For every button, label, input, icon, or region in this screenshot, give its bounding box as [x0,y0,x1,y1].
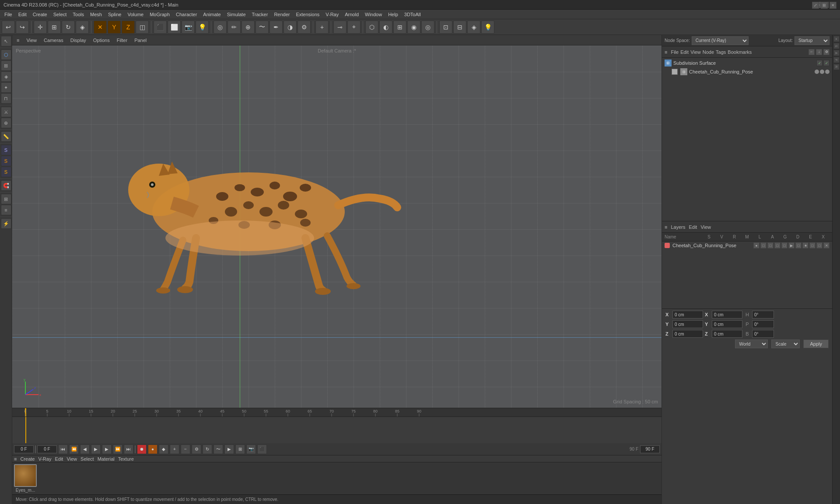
object-properties[interactable]: ⊕ [242,21,255,34]
material-swatch-eyes[interactable] [14,464,37,487]
micro-btn-4[interactable]: F [833,57,840,63]
vp-options-menu[interactable]: Options [91,37,112,44]
play-button[interactable]: ▶ [91,444,101,454]
timeline-content[interactable] [12,417,662,443]
layers-view[interactable]: View [700,224,711,230]
cursor-tool[interactable]: ↖ [1,36,11,46]
layer-render[interactable]: □ [767,242,774,248]
brush-tool[interactable]: ⌖ [347,21,360,34]
cheetah-dot1[interactable] [815,70,819,74]
layer-play[interactable]: ▶ [788,242,794,248]
timeline-playhead-2[interactable] [25,417,26,443]
camera-icon-pb[interactable]: 📷 [246,444,256,454]
next-last-frame[interactable]: ⏭ [124,444,133,454]
menu-file[interactable]: File [2,11,15,18]
edge-mode[interactable]: ◫ [136,21,149,34]
menu-mograph[interactable]: MoGraph [147,11,172,18]
scene-setup[interactable]: ⊟ [453,21,466,34]
sphere-display[interactable]: ◐ [379,21,392,34]
node-space-select[interactable]: Current (V-Ray) Standard [692,36,749,45]
polygon-tool[interactable]: ⬡ [1,49,11,60]
scale-tool-button[interactable]: ⊞ [48,21,61,34]
prev-step[interactable]: ◀ [80,444,90,454]
rotate-tool-button[interactable]: ↻ [62,21,75,34]
menu-tools[interactable]: Tools [70,11,87,18]
om-edit[interactable]: Edit [680,49,689,55]
material-create[interactable]: Create [20,456,35,462]
spline-s2[interactable]: S [1,156,11,166]
menu-help[interactable]: Help [385,11,401,18]
menu-simulate[interactable]: Simulate [224,11,248,18]
vp-filter-menu[interactable]: Filter [115,37,129,44]
layer-row-cheetah[interactable]: Cheetah_Cub_Running_Pose ● □ □ □ □ ▶ □ ★… [662,242,832,249]
layers-tab[interactable]: Layers [671,224,685,230]
menu-arnold[interactable]: Arnold [342,11,361,18]
timeline-add[interactable]: + [170,444,179,454]
motion-blur[interactable]: 〜 [214,444,223,454]
measure-tool[interactable]: 📏 [1,131,11,142]
object-item-cheetah[interactable]: ⊡ Cheetah_Cub_Running_Pose [663,67,831,76]
transform-button[interactable]: ◈ [76,21,89,34]
coord-y-pos[interactable] [672,320,703,328]
settings-tool[interactable]: ⚙ [298,21,311,34]
spline-s3[interactable]: S [1,167,11,177]
layers-menu-icon[interactable]: ≡ [665,224,667,230]
add-object[interactable]: + [315,21,329,34]
auto-key-button[interactable]: ● [148,444,158,454]
keyframe-button[interactable]: ◆ [159,444,168,454]
object-item-subdivision[interactable]: ⊞ Subdivision Surface ✓ ✓ [663,59,831,67]
knife-tool[interactable]: ⚔ [1,107,11,117]
material-menu-icon[interactable]: ≡ [14,456,17,462]
menu-animate[interactable]: Animate [200,11,223,18]
om-bookmarks[interactable]: Bookmarks [728,49,752,55]
coord-z-pos[interactable] [672,330,703,338]
live-select[interactable]: ✦ [1,82,11,93]
timeline-minus[interactable]: − [181,444,190,454]
material-material[interactable]: Material [98,456,115,462]
layer-solo[interactable]: ● [753,242,760,248]
menu-volume[interactable]: Volume [125,11,146,18]
current-frame-input[interactable] [14,445,34,453]
layer-lock[interactable]: □ [781,242,788,248]
om-tags[interactable]: Tags [716,49,726,55]
layer-tool[interactable]: ≡ [1,205,11,215]
cube-display[interactable]: ⬡ [365,21,378,34]
paint-tool[interactable]: ✒ [270,21,283,34]
menu-extensions[interactable]: Extensions [293,11,322,18]
menu-edit[interactable]: Edit [16,11,29,18]
render-view[interactable]: ◉ [407,21,420,34]
material-vray[interactable]: V-Ray [38,456,51,462]
timeline-settings[interactable]: ⚙ [192,444,201,454]
object-mode[interactable]: Y [108,21,121,34]
menu-mesh[interactable]: Mesh [88,11,105,18]
spline-s[interactable]: S [1,145,11,155]
material-view[interactable]: View [66,456,77,462]
layout-select[interactable]: Startup Standard [794,36,830,45]
next-frame[interactable]: ⏩ [113,444,122,454]
record-button[interactable]: ⏺ [137,444,147,454]
menu-vray[interactable]: V-Ray [323,11,341,18]
layer-e[interactable]: □ [816,242,822,248]
viewport[interactable]: Perspective Default Camera :* Grid Spaci… [12,46,662,408]
micro-btn-2[interactable]: S [833,43,840,49]
coord-ry-val[interactable] [712,320,742,328]
layer-x[interactable]: ✕ [823,242,830,248]
layer-manager[interactable]: □ [774,242,780,248]
om-ctrl-2[interactable]: ↓ [816,49,822,55]
preview-btn[interactable]: ▶ [224,444,234,454]
layer-star[interactable]: ★ [802,242,808,248]
new-material[interactable]: ◎ [214,21,227,34]
model-mode[interactable]: ✕ [94,21,107,34]
edit-material[interactable]: ✏ [228,21,241,34]
anim-button[interactable]: ◎ [421,21,434,34]
redo-button[interactable]: ↪ [16,21,29,34]
icons-grid[interactable]: ⊞ [235,444,245,454]
light-tool[interactable]: 💡 [196,21,209,34]
micro-btn-1[interactable]: ≡ [833,36,840,42]
vp-view-menu[interactable]: View [24,37,38,44]
om-view[interactable]: View [690,49,701,55]
undo-button[interactable]: ↩ [2,21,15,34]
material-edit[interactable]: Edit [55,456,63,462]
om-file[interactable]: File [671,49,679,55]
micro-btn-3[interactable]: A [833,50,840,56]
